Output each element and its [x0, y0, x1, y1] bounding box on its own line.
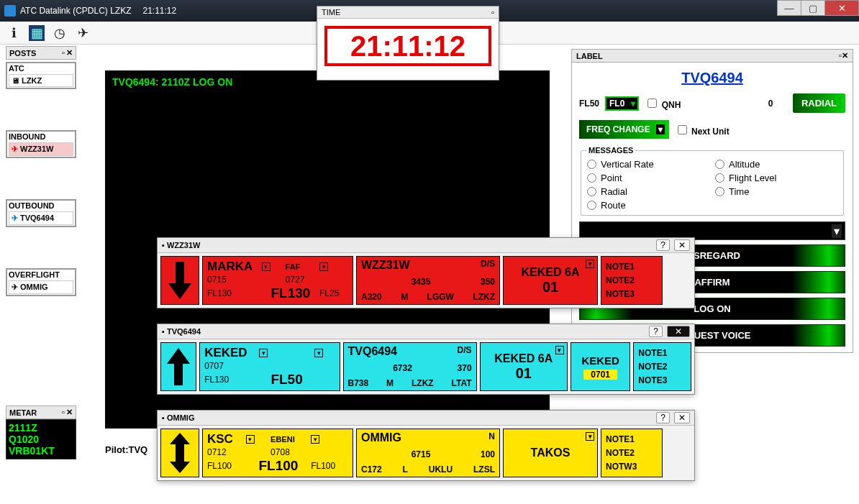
minimize-button[interactable]: — [777, 0, 801, 16]
app-icon [4, 5, 16, 17]
outbound-section: OUTBOUND ✈TVQ6494 [6, 199, 76, 227]
dropdown-icon[interactable]: ▾ [319, 262, 328, 271]
label-panel-header[interactable]: LABEL ▫✕ [571, 49, 853, 63]
msg-flight-level[interactable]: Flight Level [715, 173, 837, 183]
strip-proc-cell[interactable]: TAKOS ▾ [503, 429, 598, 477]
flight-strip[interactable]: ▪ TVQ6494 ?✕ KEKED▾▾ 0707 FL130FL50 TVQ6… [157, 324, 695, 395]
posts-header-controls[interactable]: ▫✕ [62, 48, 73, 58]
maximize-button[interactable]: ▢ [801, 0, 825, 16]
strip-notes-cell[interactable]: NOTE1NOTE2NOTE3 [633, 342, 691, 391]
strip-proc-cell[interactable]: KEKED 6A01 ▾ [503, 256, 598, 305]
strip-header[interactable]: ▪ TVQ6494 ?✕ [158, 324, 694, 339]
flight-strip[interactable]: ▪ OMMIG ?✕ KSC▾EBENI▾ 07120708 FL100FL10… [157, 410, 695, 481]
outbound-item[interactable]: ✈TVQ6494 [9, 211, 73, 225]
next-unit-checkbox[interactable]: Next Unit [675, 123, 730, 137]
plane-icon[interactable]: ✈ [75, 25, 91, 41]
window-title: ATC Datalink (CPDLC) LZKZ [20, 6, 131, 16]
radial-button[interactable]: RADIAL [793, 93, 845, 113]
time-popup-pin-icon[interactable]: ▫ [491, 8, 494, 17]
metar-line: VRB01KT [9, 445, 73, 457]
strip-fix-cell[interactable]: KSC▾EBENI▾ 07120708 FL100FL100FL100 [202, 429, 353, 477]
atc-post-item[interactable]: 🖥LZKZ [9, 74, 73, 87]
strip-close-button[interactable]: ✕ [674, 239, 690, 251]
msg-radial[interactable]: Radial [587, 186, 709, 197]
msg-time[interactable]: Time [715, 186, 837, 197]
strip-help-button[interactable]: ? [656, 239, 670, 251]
dropdown-icon[interactable]: ▾ [586, 432, 594, 441]
messages-title: MESSAGES [587, 146, 635, 155]
posts-header-label: POSTS [9, 49, 36, 58]
strip-callsign-cell[interactable]: OMMIGN 6715100 C172LUKLULZSL [356, 429, 500, 477]
strip-close-button[interactable]: ✕ [667, 326, 690, 337]
freq-change-select[interactable]: FREQ CHANGE [579, 120, 669, 139]
strip-fix-cell[interactable]: MARKA▾FAF▾ 07150727 FL130FL130FL25 [202, 256, 353, 305]
overflight-item[interactable]: ✈OMMIG [9, 280, 73, 294]
plane-icon: ✈ [12, 283, 18, 292]
radar-icon[interactable]: ▦ [29, 25, 45, 41]
strip-direction-arrow [160, 256, 199, 305]
strip-callsign-cell[interactable]: TVQ6494D/S 6732370 B738MLZKZLTAT [343, 342, 477, 391]
overflight-section-label: OVERFLIGHT [9, 270, 60, 279]
info-icon[interactable]: ℹ [6, 25, 22, 41]
dropdown-icon[interactable]: ▾ [586, 260, 594, 268]
label-panel-controls[interactable]: ▫✕ [839, 51, 848, 60]
time-popup-header[interactable]: TIME ▫ [317, 6, 499, 19]
clock-icon[interactable]: ◷ [52, 25, 68, 41]
time-popup-title: TIME [322, 8, 340, 17]
msg-altitude[interactable]: Altitude [715, 159, 837, 170]
strip-icon: ▪ [162, 241, 165, 249]
strip-help-button[interactable]: ? [649, 326, 663, 337]
strip-copn-cell[interactable]: KEKED0701 [571, 342, 630, 391]
dropdown-icon[interactable]: ▾ [259, 349, 268, 357]
posts-panel: POSTS ▫✕ ATC 🖥LZKZ INBOUND ✈WZZ31W OUTBO… [6, 46, 76, 296]
label-panel-title: LABEL [576, 52, 603, 60]
fl-select[interactable]: FL0 [605, 96, 639, 111]
station-icon: 🖥 [12, 76, 19, 85]
atc-post-label: LZKZ [22, 76, 42, 85]
dropdown-icon[interactable]: ▾ [555, 346, 564, 354]
inbound-section-label: INBOUND [9, 132, 45, 141]
callsign-link[interactable]: TVQ6494 [579, 68, 845, 93]
window-controls: — ▢ ✕ [778, 0, 859, 16]
outbound-item-label: TVQ6494 [20, 214, 54, 222]
strip-icon: ▪ [162, 413, 165, 422]
qnh-checkbox[interactable]: QNH [645, 96, 681, 110]
msg-route[interactable]: Route [587, 200, 709, 211]
inbound-section: INBOUND ✈WZZ31W [6, 130, 76, 158]
strip-header[interactable]: ▪ WZZ31W ?✕ [158, 238, 694, 253]
flight-strip[interactable]: ▪ WZZ31W ?✕ MARKA▾FAF▾ 07150727 FL130FL1… [157, 237, 695, 308]
strip-fix-cell[interactable]: KEKED▾▾ 0707 FL130FL50 [199, 342, 340, 391]
metar-header[interactable]: METAR ▫✕ [6, 406, 76, 419]
strip-close-button[interactable]: ✕ [674, 412, 690, 423]
posts-header[interactable]: POSTS ▫✕ [6, 46, 76, 60]
strip-notes-cell[interactable]: NOTE1NOTE2NOTW3 [601, 429, 663, 477]
strip-callsign-cell[interactable]: WZZ31WD/S 3435350 A320MLGGWLZKZ [356, 256, 500, 305]
overflight-section: OVERFLIGHT ✈OMMIG [6, 268, 76, 296]
outbound-section-label: OUTBOUND [9, 201, 55, 210]
dropdown-icon[interactable]: ▾ [314, 349, 323, 357]
strip-proc-cell[interactable]: KEKED 6A01 ▾ [480, 342, 568, 391]
dropdown-icon[interactable]: ▾ [262, 262, 271, 271]
plane-icon: ✈ [12, 214, 18, 223]
metar-header-controls[interactable]: ▫✕ [62, 408, 73, 417]
strip-icon: ▪ [162, 327, 165, 336]
pilot-input-line[interactable]: Pilot:TVQ [105, 444, 147, 455]
window-clock: 21:11:12 [142, 6, 176, 16]
overflight-item-label: OMMIG [20, 283, 48, 291]
inbound-item[interactable]: ✈WZZ31W [9, 142, 73, 156]
qnh-value: 0 [686, 98, 773, 109]
msg-vertical-rate[interactable]: Vertical Rate [587, 159, 709, 170]
dropdown-icon[interactable]: ▾ [311, 435, 319, 444]
atc-section: ATC 🖥LZKZ [6, 62, 76, 89]
messages-group: MESSAGES Vertical Rate Altitude Point Fl… [581, 146, 844, 216]
dropdown-icon[interactable]: ▾ [246, 435, 255, 444]
strip-help-button[interactable]: ? [656, 412, 670, 423]
msg-point[interactable]: Point [587, 173, 709, 183]
time-popup[interactable]: TIME ▫ 21:11:12 [317, 6, 499, 81]
fl-label: FL50 [579, 98, 599, 109]
plane-icon: ✈ [12, 145, 18, 154]
strip-header[interactable]: ▪ OMMIG ?✕ [158, 411, 694, 426]
time-popup-value: 21:11:12 [350, 30, 465, 62]
strip-notes-cell[interactable]: NOTE1NOTE2NOTE3 [601, 256, 663, 305]
close-button[interactable]: ✕ [824, 0, 859, 16]
